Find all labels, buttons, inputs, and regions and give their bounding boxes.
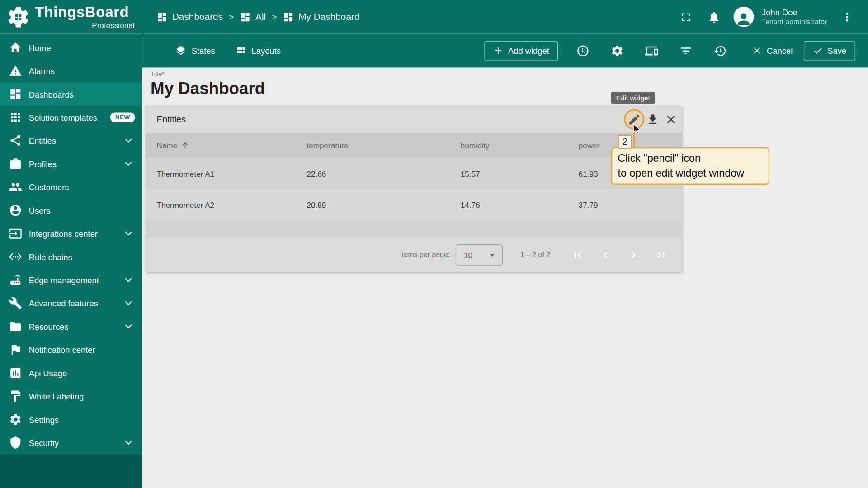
breadcrumb-item-all[interactable]: All (240, 11, 266, 22)
widget-header: Entities (146, 106, 682, 133)
instruction-callout: Click "pencil" icon to open edit widget … (611, 147, 769, 185)
filter-icon (679, 44, 693, 57)
time-window-button[interactable] (576, 44, 590, 57)
filters-button[interactable] (679, 44, 693, 57)
states-label: States (192, 46, 215, 56)
title-field-label: Title* (146, 70, 868, 78)
sidebar-item-customers[interactable]: Customers (0, 175, 142, 198)
widget-title: Entities (157, 114, 628, 124)
cell-humidity: 14.76 (461, 201, 579, 210)
app-edition: Professional (35, 21, 134, 29)
page-size-select[interactable]: 10 (455, 244, 502, 266)
chevron-down-icon (122, 227, 135, 240)
history-icon (713, 44, 726, 57)
toolbar-left: States Layouts (142, 45, 280, 56)
previous-page-button[interactable] (599, 248, 612, 261)
last-page-button[interactable] (654, 248, 667, 261)
sidebar-item-dashboards[interactable]: Dashboards (0, 82, 142, 105)
breadcrumb: Dashboards > All > My Dashboard (142, 11, 359, 22)
sidebar-item-security[interactable]: Security (0, 431, 142, 454)
column-header-name[interactable]: Name (157, 141, 307, 150)
app-title: ThingsBoard (35, 5, 134, 19)
first-page-button[interactable] (571, 248, 585, 261)
sidebar-footer (0, 454, 142, 488)
breadcrumb-separator: > (272, 12, 277, 22)
save-button[interactable]: Save (804, 41, 855, 61)
version-control-button[interactable] (713, 44, 726, 57)
thingsboard-logo[interactable]: ThingsBoard Professional (0, 4, 142, 29)
sidebar-item-label: Security (29, 438, 115, 447)
person-icon (735, 10, 752, 27)
entities-widget: Entities Name t (146, 106, 682, 272)
next-page-button[interactable] (627, 248, 640, 261)
breadcrumb-item-my-dashboard[interactable]: My Dashboard (283, 11, 360, 22)
column-header-humidity[interactable]: humidity (461, 141, 579, 150)
chart-icon (9, 366, 22, 380)
states-button[interactable]: States (175, 45, 215, 56)
chevron-down-icon (122, 436, 135, 449)
page-size-value: 10 (464, 250, 472, 259)
dashboard-settings-button[interactable] (611, 44, 624, 57)
items-per-page-label: Items per page: (400, 251, 450, 259)
sidebar-item-notification-center[interactable]: Notification center (0, 338, 142, 361)
entities-icon (9, 134, 22, 147)
ethernet-icon (9, 250, 22, 263)
dashboard-icon (9, 87, 22, 100)
remove-widget-button[interactable] (664, 113, 677, 126)
sidebar-item-entities[interactable]: Entities (0, 129, 142, 152)
entity-aliases-button[interactable] (645, 44, 658, 57)
clock-icon (576, 44, 590, 57)
dashboard-icon (283, 11, 294, 22)
folder-icon (9, 320, 22, 333)
top-right-controls: John Doe Tenant administrator (679, 7, 868, 27)
sidebar-item-label: Edge management (29, 275, 115, 285)
sidebar-item-resources[interactable]: Resources (0, 315, 142, 338)
last-page-icon (654, 248, 667, 261)
user-menu-button[interactable] (840, 10, 854, 23)
table-row: Thermometer A1 22.66 15.57 61.93 (146, 158, 682, 189)
sidebar-item-solution-templates[interactable]: Solution templates NEW (0, 106, 142, 129)
column-label: Name (157, 141, 178, 150)
dashboard-title-input[interactable]: My Dashboard (146, 79, 868, 99)
app-root: ThingsBoard Professional Dashboards > Al… (0, 0, 868, 488)
download-icon (646, 113, 659, 126)
sidebar-item-label: Dashboards (29, 89, 135, 99)
table-pagination: Items per page: 10 1 – 2 of 2 (146, 237, 682, 272)
sidebar-item-settings[interactable]: Settings (0, 408, 142, 431)
notifications-button[interactable] (708, 10, 721, 23)
sidebar-item-edge-management[interactable]: Edge management (0, 268, 142, 291)
sort-ascending-icon (181, 141, 190, 150)
people-icon (9, 180, 22, 193)
sidebar-item-integrations-center[interactable]: Integrations center (0, 222, 142, 245)
apps-icon (9, 111, 22, 124)
logo-text: ThingsBoard Professional (35, 5, 134, 29)
cell-temperature: 22.66 (307, 169, 460, 178)
close-icon (664, 113, 677, 126)
layouts-button[interactable]: Layouts (235, 45, 281, 56)
chevron-down-icon (122, 320, 135, 333)
cell-temperature: 20.89 (307, 201, 460, 210)
sidebar-item-api-usage[interactable]: Api Usage (0, 361, 142, 385)
user-info: John Doe Tenant administrator (762, 8, 827, 27)
cancel-button[interactable]: Cancel (745, 41, 799, 61)
devices-icon (645, 44, 658, 57)
top-bar: ThingsBoard Professional Dashboards > Al… (0, 0, 868, 34)
sidebar-item-alarms[interactable]: Alarms (0, 59, 142, 82)
download-widget-button[interactable] (646, 113, 659, 126)
sidebar-item-advanced-features[interactable]: Advanced features (0, 291, 142, 314)
sidebar-item-profiles[interactable]: Profiles (0, 152, 142, 175)
sidebar-item-rule-chains[interactable]: Rule chains (0, 245, 142, 268)
sidebar-item-home[interactable]: Home (0, 36, 142, 59)
sidebar-item-users[interactable]: Users (0, 199, 142, 222)
add-widget-button[interactable]: Add widget (484, 41, 558, 61)
dashboard-icon (157, 11, 168, 22)
sidebar-item-white-labeling[interactable]: White Labeling (0, 385, 142, 408)
sidebar: Home Alarms Dashboards Solution template… (0, 34, 142, 488)
gear-icon (611, 44, 624, 57)
step-number-badge: 2 (618, 135, 632, 149)
sidebar-item-label: White Labeling (29, 391, 135, 401)
column-header-temperature[interactable]: temperature (307, 141, 460, 150)
breadcrumb-item-dashboards[interactable]: Dashboards (157, 11, 223, 22)
breadcrumb-label: My Dashboard (298, 11, 359, 22)
fullscreen-button[interactable] (679, 10, 693, 23)
